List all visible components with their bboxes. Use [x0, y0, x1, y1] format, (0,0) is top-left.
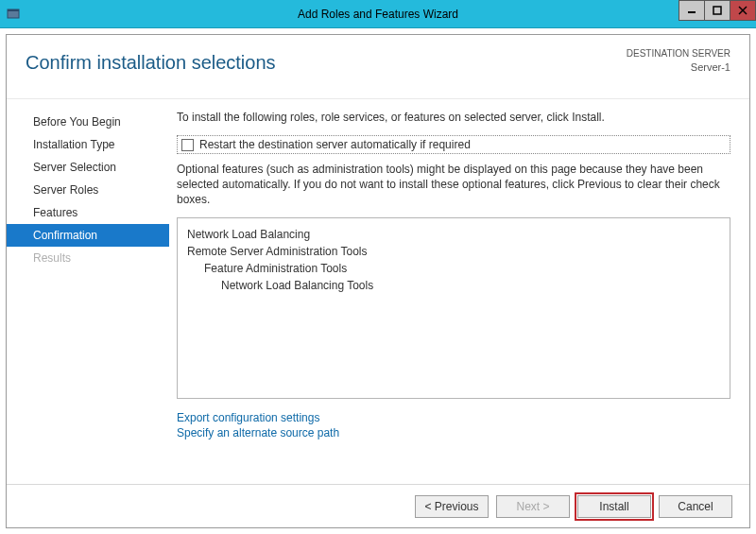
destination-server: Server-1: [691, 61, 730, 73]
export-config-link[interactable]: Export configuration settings: [177, 410, 730, 425]
svg-rect-3: [713, 7, 721, 14]
window-title: Add Roles and Features Wizard: [298, 8, 458, 21]
step-server-roles[interactable]: Server Roles: [7, 179, 169, 201]
window-controls: [679, 0, 756, 21]
instruction-text: To install the following roles, role ser…: [177, 111, 730, 124]
install-button[interactable]: Install: [577, 495, 651, 518]
step-server-selection[interactable]: Server Selection: [7, 156, 169, 179]
next-button: Next >: [496, 495, 570, 518]
step-confirmation[interactable]: Confirmation: [7, 224, 169, 247]
destination-label: DESTINATION SERVER: [627, 48, 730, 59]
feature-item: Network Load Balancing: [187, 226, 720, 243]
wizard-body: Before You Begin Installation Type Serve…: [7, 99, 749, 484]
wizard-steps-sidebar: Before You Begin Installation Type Serve…: [7, 99, 169, 484]
wizard-header: Confirm installation selections DESTINAT…: [7, 35, 749, 99]
wizard-footer: < Previous Next > Install Cancel: [7, 484, 749, 527]
cancel-button[interactable]: Cancel: [659, 495, 732, 518]
step-features[interactable]: Features: [7, 201, 169, 224]
wizard-content: To install the following roles, role ser…: [169, 99, 749, 484]
feature-item: Feature Administration Tools: [187, 260, 720, 277]
feature-item: Network Load Balancing Tools: [187, 277, 720, 294]
app-icon: [6, 7, 21, 22]
restart-checkbox[interactable]: [181, 139, 194, 151]
content-links: Export configuration settings Specify an…: [177, 410, 730, 440]
restart-checkbox-label: Restart the destination server automatic…: [199, 138, 471, 151]
feature-item: Remote Server Administration Tools: [187, 243, 720, 260]
selected-features-box: Network Load Balancing Remote Server Adm…: [177, 217, 730, 399]
page-title: Confirm installation selections: [26, 52, 276, 74]
optional-features-note: Optional features (such as administratio…: [177, 162, 730, 208]
restart-checkbox-row[interactable]: Restart the destination server automatic…: [177, 135, 730, 154]
step-before-you-begin[interactable]: Before You Begin: [7, 111, 169, 133]
wizard-client-area: Confirm installation selections DESTINAT…: [6, 34, 750, 528]
close-button[interactable]: [730, 0, 756, 21]
svg-rect-1: [8, 9, 19, 11]
step-installation-type[interactable]: Installation Type: [7, 133, 169, 156]
previous-button[interactable]: < Previous: [415, 495, 489, 518]
titlebar: Add Roles and Features Wizard: [0, 0, 756, 28]
minimize-button[interactable]: [679, 0, 705, 21]
alternate-source-link[interactable]: Specify an alternate source path: [177, 425, 730, 440]
step-results: Results: [7, 247, 169, 269]
maximize-button[interactable]: [704, 0, 730, 21]
